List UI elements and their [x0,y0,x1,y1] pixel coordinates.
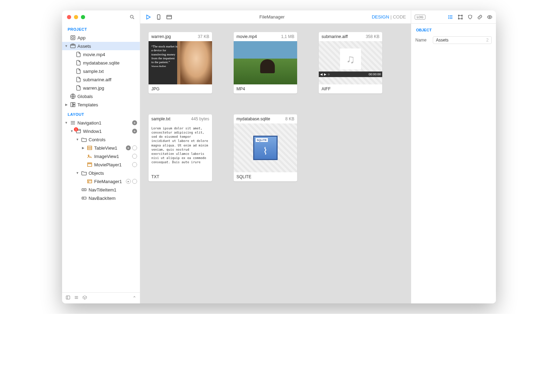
audio-prev-icon[interactable]: ◀ [320,73,323,76]
sidebar-item-label: Controls [89,137,136,142]
inspector-tab-eye-icon[interactable] [487,14,492,20]
sidebar-item-movie-mp4[interactable]: movie.mp4 [62,50,140,59]
file-card-mp4[interactable]: movie.mp41,1 MBMP4 [234,32,297,93]
mode-switch: DESIGN | CODE [372,14,406,20]
search-icon[interactable] [129,14,135,20]
log-button[interactable]: LOG [415,15,425,20]
sidebar-item-label: TableView1 [94,145,125,151]
inspector-name-label: Name [415,38,430,43]
file-type-label: MP4 [234,84,297,93]
file-name: sample.txt [151,116,171,121]
window-controls [67,15,85,19]
sidebar-item-window1[interactable]: ▼1Window1+ [62,127,140,135]
file-canvas: warren.jpg37 KB“The stock market is a de… [140,24,411,303]
inspector-tab-list-icon[interactable] [448,14,453,20]
mode-code[interactable]: CODE [393,14,406,20]
sidebar-item-warren-jpg[interactable]: warren.jpg [62,84,140,92]
image-icon [86,153,93,159]
disclosure-triangle-icon[interactable]: ▶ [81,146,85,150]
file-card-jpg[interactable]: warren.jpg37 KB“The stock market is a de… [149,32,212,93]
file-size: 1,1 MB [281,34,294,39]
svg-rect-14 [88,146,92,150]
ring-icon[interactable] [132,145,137,150]
footer-panel-icon[interactable] [66,295,70,301]
file-name: mydatabase.sqlite [236,116,270,121]
sidebar-item-navbackitem[interactable]: NavBackItem [62,194,140,202]
minimize-icon[interactable] [74,15,78,19]
footer-chevron-up-icon[interactable]: ⌃ [133,295,136,301]
svg-point-54 [489,16,490,18]
templates-icon [70,101,76,108]
sidebar-item-label: FileManager1 [94,179,125,184]
audio-player-bar[interactable]: ◀▶○00:00:00 [319,71,382,77]
disclosure-triangle-icon[interactable]: ▼ [64,121,68,125]
add-icon[interactable]: + [132,120,137,125]
file-size: 37 KB [198,34,209,39]
play-circle-icon[interactable]: ▸ [126,179,131,184]
inspector-tab-link-icon[interactable] [477,14,483,20]
page-title: FileManager [176,14,368,20]
file-size: 358 KB [366,34,379,39]
ring-icon[interactable] [132,162,137,167]
svg-rect-7 [73,103,75,104]
sidebar-item-templates[interactable]: ▶Templates [62,100,140,109]
globals-icon [70,93,76,99]
sidebar-item-navigation1[interactable]: ▼Navigation1+ [62,119,140,127]
svg-rect-6 [71,103,73,107]
svg-rect-23 [88,180,92,183]
disclosure-triangle-icon[interactable]: ▼ [75,171,80,175]
play-icon[interactable] [145,14,151,20]
file-icon [75,85,82,91]
folder-icon [81,136,87,143]
disclosure-triangle-icon[interactable]: ▼ [75,138,80,141]
sidebar-item-submarine-aiff[interactable]: submarine.aiff [62,75,140,84]
sidebar-item-mydatabase-sqlite[interactable]: mydatabase.sqlite [62,59,140,67]
file-card-sqlite[interactable]: mydatabase.sqlite8 KBSQLITE⌇SQLITE [234,114,297,181]
sidebar-item-label: submarine.aiff [83,77,136,82]
mode-design[interactable]: DESIGN [372,14,389,20]
sidebar-item-controls[interactable]: ▼Controls [62,135,140,144]
sidebar-item-imageview1[interactable]: ImageView1 [62,152,140,160]
ring-icon[interactable] [132,154,137,159]
phone-icon[interactable] [156,14,162,20]
section-header-layout: LAYOUT [62,109,140,119]
file-card-txt[interactable]: sample.txt445 bytesLorem ipsum dolor sit… [149,114,212,181]
footer-cube-icon[interactable] [82,295,87,301]
inspector-name-value: Assets [436,38,448,43]
sidebar-item-app[interactable]: App [62,33,140,42]
table-icon [86,145,93,151]
sidebar-item-tableview1[interactable]: ▶TableView1+ [62,144,140,152]
file-card-aiff[interactable]: submarine.aiff358 KB♫◀▶○00:00:00AIFF [319,32,382,93]
svg-point-46 [448,15,449,16]
audio-time: 00:00:00 [369,73,381,76]
sidebar-item-globals[interactable]: Globals [62,92,140,100]
sidebar-item-sample-txt[interactable]: sample.txt [62,67,140,75]
zoom-icon[interactable] [81,15,85,19]
disclosure-triangle-icon: ▼ [64,44,68,48]
sidebar-item-objects[interactable]: ▼Objects [62,169,140,177]
sidebar-item-assets[interactable]: ▼Assets [62,42,140,50]
sidebar-item-movieplayer1[interactable]: MoviePlayer1 [62,160,140,169]
sidebar-item-label: Objects [89,171,136,176]
audio-play-icon[interactable]: ▶ [324,73,326,76]
disclosure-triangle-icon[interactable]: ▼ [70,129,74,133]
svg-rect-4 [70,45,75,48]
inspector-tab-bounds-icon[interactable] [458,14,463,20]
close-icon[interactable] [67,15,71,19]
ring-icon[interactable] [132,179,137,184]
sidebar-item-navtitleitem1[interactable]: NavTitleItem1 [62,186,140,194]
titlebar-left [62,10,140,24]
sidebar-item-label: Templates [77,102,136,107]
window-icon[interactable] [166,14,172,20]
navback-icon [81,195,87,201]
file-preview: “The stock market is a device for transf… [149,41,212,84]
sidebar-item-label: MoviePlayer1 [94,162,131,167]
add-icon[interactable]: + [132,129,137,134]
inspector-name-field[interactable]: Assets 2 [433,36,492,44]
inspector-tab-shield-icon[interactable] [467,14,473,20]
sidebar-item-filemanager1[interactable]: FileManager1▸ [62,177,140,186]
disclosure-triangle-icon[interactable]: ▶ [64,103,68,106]
footer-list-icon[interactable] [74,295,79,301]
add-icon[interactable]: + [126,145,131,150]
svg-point-17 [88,155,89,156]
